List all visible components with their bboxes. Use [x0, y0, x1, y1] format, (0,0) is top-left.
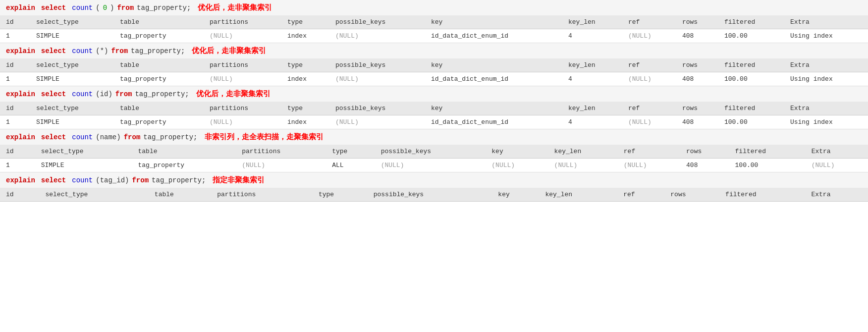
col-header-id: id — [0, 102, 30, 115]
table-cell: (NULL) — [806, 159, 868, 172]
table-cell: SIMPLE — [30, 115, 114, 129]
col-header-key_len: key_len — [562, 58, 622, 72]
col-header-Extra: Extra — [806, 145, 868, 159]
col-header-table: table — [149, 188, 211, 202]
table-cell: tag_property — [114, 72, 204, 86]
col-header-Extra: Extra — [784, 15, 868, 29]
col-header-filtered: filtered — [718, 58, 784, 72]
col-header-table: table — [132, 145, 236, 159]
result-table-4: idselect_typetablepartitionstypepossible… — [0, 145, 868, 172]
col-header-possible_keys: possible_keys — [368, 188, 492, 202]
col-header-id: id — [0, 188, 39, 202]
col-header-Extra: Extra — [805, 188, 868, 202]
table-cell: tag_property — [114, 115, 204, 129]
table-cell: (NULL) — [622, 115, 676, 129]
col-header-key_len: key_len — [548, 145, 618, 159]
sql-part-kw: from — [115, 90, 132, 98]
sql-part-kw: explain — [6, 133, 35, 141]
col-header-key_len: key_len — [539, 188, 617, 202]
col-header-ref: ref — [622, 102, 676, 115]
sql-line-1: explain select count(0) from tag_propert… — [0, 0, 868, 15]
sql-comment-2: 优化后，走非聚集索引 — [192, 46, 266, 55]
col-header-filtered: filtered — [729, 145, 806, 159]
col-header-select_type: select_type — [35, 145, 132, 159]
app-container: explain select count(0) from tag_propert… — [0, 0, 868, 202]
sql-part-plain: (*) — [96, 47, 108, 55]
col-header-filtered: filtered — [718, 102, 784, 115]
col-header-table: table — [114, 102, 204, 115]
sql-part-kw: from — [117, 4, 134, 12]
sql-line-4: explain select count(name) from tag_prop… — [0, 129, 868, 145]
sql-part-kw: explain — [6, 47, 35, 55]
table-row: 1SIMPLEtag_property(NULL)index(NULL)id_d… — [0, 29, 868, 43]
table-cell: SIMPLE — [35, 159, 132, 172]
table-cell: 100.00 — [718, 115, 784, 129]
col-header-id: id — [0, 15, 30, 29]
col-header-type: type — [281, 58, 329, 72]
col-header-id: id — [0, 145, 35, 159]
col-header-key: key — [492, 188, 539, 202]
col-header-type: type — [326, 145, 375, 159]
table-cell: (NULL) — [204, 115, 281, 129]
col-header-key_len: key_len — [562, 102, 622, 115]
sql-part-kw: select — [41, 47, 66, 55]
table-cell: tag_property — [132, 159, 236, 172]
result-table-1: idselect_typetablepartitionstypepossible… — [0, 15, 868, 43]
table-row: 1SIMPLEtag_property(NULL)index(NULL)id_d… — [0, 115, 868, 129]
sql-part-fn: count — [72, 90, 93, 98]
table-cell: (NULL) — [329, 115, 425, 129]
table-cell: 408 — [680, 159, 729, 172]
sql-part-kw: from — [132, 176, 149, 184]
table-cell: 1 — [0, 72, 30, 86]
table-cell: 1 — [0, 115, 30, 129]
table-cell: Using index — [784, 115, 868, 129]
col-header-possible_keys: possible_keys — [329, 102, 425, 115]
table-cell: (NULL) — [486, 159, 548, 172]
col-header-key: key — [425, 102, 562, 115]
table-cell: 100.00 — [718, 72, 784, 86]
sql-part-plain: (name) — [96, 133, 120, 141]
table-cell: Using index — [784, 72, 868, 86]
result-table-2: idselect_typetablepartitionstypepossible… — [0, 58, 868, 86]
table-cell: (NULL) — [622, 29, 676, 43]
sql-part-kw: from — [111, 47, 128, 55]
table-cell: ALL — [326, 159, 375, 172]
table-cell: (NULL) — [204, 72, 281, 86]
col-header-Extra: Extra — [784, 102, 868, 115]
table-cell: id_data_dict_enum_id — [425, 72, 562, 86]
sql-comment-3: 优化后，走非聚集索引 — [196, 89, 271, 99]
sql-part-kw: from — [124, 133, 141, 141]
table-cell: (NULL) — [329, 29, 425, 43]
col-header-rows: rows — [676, 102, 718, 115]
sql-part-plain: tag_property; — [152, 176, 206, 184]
table-cell: id_data_dict_enum_id — [425, 115, 562, 129]
table-cell: 408 — [676, 115, 718, 129]
col-header-filtered: filtered — [718, 15, 784, 29]
sql-part-kw: select — [41, 90, 66, 98]
col-header-possible_keys: possible_keys — [329, 58, 425, 72]
col-header-select_type: select_type — [30, 58, 114, 72]
sql-part-fn: count — [72, 133, 93, 141]
table-cell: (NULL) — [204, 29, 281, 43]
table-cell: index — [281, 115, 329, 129]
table-cell: SIMPLE — [30, 29, 114, 43]
sql-part-plain: tag_property; — [131, 47, 185, 55]
sql-comment-1: 优化后，走非聚集索引 — [198, 3, 272, 12]
col-header-rows: rows — [664, 188, 719, 202]
sql-line-5: explain select count(tag_id) from tag_pr… — [0, 172, 868, 188]
table-cell: (NULL) — [329, 72, 425, 86]
sql-part-kw: explain — [6, 4, 35, 12]
col-header-partitions: partitions — [236, 145, 326, 159]
col-header-Extra: Extra — [784, 58, 868, 72]
col-header-key_len: key_len — [562, 15, 622, 29]
sql-part-fn: count — [72, 47, 93, 55]
table-cell: 100.00 — [729, 159, 806, 172]
col-header-ref: ref — [622, 15, 676, 29]
table-cell: Using index — [784, 29, 868, 43]
sql-part-plain: ) — [110, 4, 114, 12]
col-header-id: id — [0, 58, 30, 72]
sql-part-kw: select — [41, 133, 66, 141]
table-cell: (NULL) — [236, 159, 326, 172]
col-header-possible_keys: possible_keys — [375, 145, 486, 159]
sql-part-fn: count — [72, 4, 93, 12]
